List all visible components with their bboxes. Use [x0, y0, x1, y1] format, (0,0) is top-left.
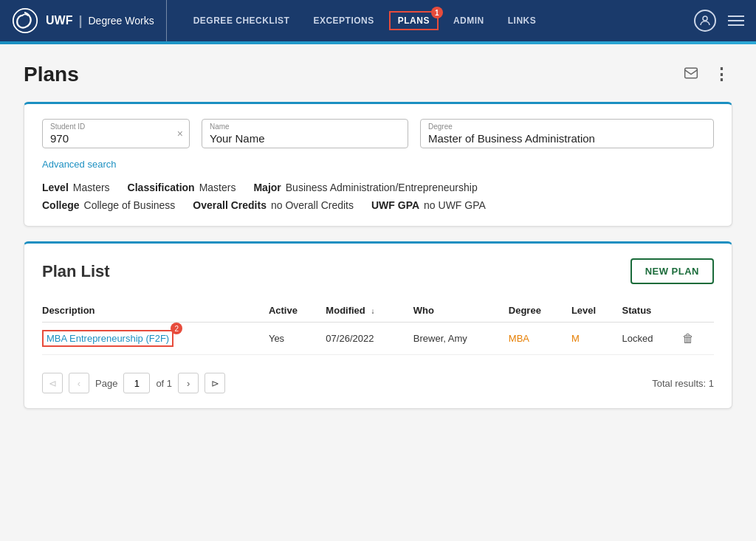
cell-active: Yes	[269, 323, 326, 355]
info-row-2: College College of Business Overall Cred…	[42, 199, 714, 211]
delete-button[interactable]: 🗑	[682, 332, 694, 345]
page-label: Page	[95, 378, 117, 389]
col-active: Active	[269, 299, 326, 323]
level-label: Level	[42, 182, 69, 193]
plan-list-title: Plan List	[42, 262, 110, 281]
plan-table: Description Active Modified ↓ Who Degree	[42, 299, 714, 355]
overall-credits-item: Overall Credits no Overall Credits	[193, 199, 354, 211]
degree-field: Degree Master of Business Administration	[420, 119, 714, 148]
table-header: Description Active Modified ↓ Who Degree	[42, 299, 714, 323]
info-row-1: Level Masters Classification Masters Maj…	[42, 182, 714, 193]
row-badge: 2	[171, 323, 182, 334]
cell-status: Locked	[622, 323, 683, 355]
uwf-gpa-item: UWF GPA no UWF GPA	[371, 199, 486, 211]
student-id-value: 970	[50, 132, 182, 145]
page-title: Plans	[24, 63, 79, 86]
cell-delete: 🗑	[682, 323, 714, 355]
new-plan-button[interactable]: NEW PLAN	[630, 258, 714, 284]
clear-student-id[interactable]: ×	[177, 128, 183, 139]
cell-level: M	[571, 323, 622, 355]
logo-separator: |	[78, 13, 82, 29]
plans-badge: 1	[431, 7, 443, 18]
of-label: of 1	[156, 378, 172, 389]
advanced-search-link[interactable]: Advanced search	[42, 159, 714, 170]
user-icon[interactable]	[694, 10, 716, 32]
col-degree: Degree	[509, 299, 571, 323]
cell-who: Brewer, Amy	[413, 323, 509, 355]
col-description: Description	[42, 299, 269, 323]
last-page-button[interactable]: ⊳	[205, 373, 225, 393]
app-header: UWF | Degree Works DEGREE CHECKLIST EXCE…	[0, 0, 756, 41]
more-options-button[interactable]: ⋮	[710, 62, 732, 87]
page-actions: ⋮	[681, 62, 732, 87]
prev-page-button[interactable]: ‹	[69, 373, 89, 393]
name-value: Your Name	[210, 132, 400, 145]
level-item: Level Masters	[42, 182, 110, 193]
page-header: Plans ⋮	[24, 62, 732, 87]
svg-rect-2	[685, 68, 698, 77]
uwf-gpa-label: UWF GPA	[371, 199, 419, 211]
col-who: Who	[413, 299, 509, 323]
plan-list-header: Plan List NEW PLAN	[42, 258, 714, 284]
logo-dw: Degree Works	[88, 15, 154, 27]
pagination: ⊲ ‹ Page of 1 › ⊳ Total results: 1	[42, 365, 714, 393]
major-label: Major	[253, 182, 281, 193]
hamburger-menu[interactable]	[728, 15, 744, 26]
classification-value: Masters	[199, 182, 236, 193]
classification-item: Classification Masters	[128, 182, 236, 193]
student-card: Student ID 970 × Name Your Name Degree M…	[24, 102, 732, 227]
plan-list-card: Plan List NEW PLAN Description Active Mo…	[24, 241, 732, 409]
nav-exceptions[interactable]: EXCEPTIONS	[304, 11, 382, 30]
email-button[interactable]	[681, 63, 701, 87]
logo-uwf: UWF	[46, 14, 72, 27]
col-level: Level	[571, 299, 622, 323]
overall-credits-label: Overall Credits	[193, 199, 267, 211]
student-info: Level Masters Classification Masters Maj…	[42, 182, 714, 211]
college-label: College	[42, 199, 80, 211]
student-id-label: Student ID	[50, 123, 182, 131]
overall-credits-value: no Overall Credits	[271, 199, 354, 211]
logo[interactable]: UWF | Degree Works	[12, 0, 167, 41]
classification-label: Classification	[128, 182, 195, 193]
degree-label: Degree	[428, 123, 706, 131]
nav-degree-checklist[interactable]: DEGREE CHECKLIST	[185, 11, 299, 30]
page-number-input[interactable]	[123, 373, 150, 393]
level-value: Masters	[73, 182, 110, 193]
search-form: Student ID 970 × Name Your Name Degree M…	[42, 119, 714, 148]
college-item: College College of Business	[42, 199, 175, 211]
sort-arrow-modified: ↓	[371, 307, 374, 315]
svg-point-1	[703, 16, 707, 21]
nav-admin[interactable]: ADMIN	[444, 11, 493, 30]
nav-links[interactable]: LINKS	[499, 11, 546, 30]
next-page-button[interactable]: ›	[178, 373, 199, 393]
student-id-field: Student ID 970 ×	[42, 119, 190, 148]
cell-degree: MBA	[509, 323, 571, 355]
col-actions	[682, 299, 714, 323]
col-status: Status	[622, 299, 683, 323]
table-body: MBA Entrepreneurship (F2F) 2 Yes 07/26/2…	[42, 323, 714, 355]
plan-description-link[interactable]: MBA Entrepreneurship (F2F)	[42, 330, 173, 347]
name-field: Name Your Name	[202, 119, 408, 148]
degree-value: Master of Business Administration	[428, 132, 706, 145]
college-value: College of Business	[84, 199, 176, 211]
cell-description: MBA Entrepreneurship (F2F) 2	[42, 323, 269, 355]
name-label: Name	[210, 123, 400, 131]
total-results: Total results: 1	[652, 378, 714, 389]
uwf-gpa-value: no UWF GPA	[424, 199, 486, 211]
first-page-button[interactable]: ⊲	[42, 373, 63, 393]
header-right	[694, 10, 744, 32]
main-content: Plans ⋮ Student ID 970 × Name Your Name	[0, 44, 756, 441]
main-nav: DEGREE CHECKLIST EXCEPTIONS PLANS 1 ADMI…	[185, 11, 694, 30]
major-value: Business Administration/Entrepreneurship	[286, 182, 478, 193]
major-item: Major Business Administration/Entreprene…	[253, 182, 477, 193]
table-row: MBA Entrepreneurship (F2F) 2 Yes 07/26/2…	[42, 323, 714, 355]
nav-plans[interactable]: PLANS 1	[389, 11, 439, 30]
cell-modified: 07/26/2022	[326, 323, 413, 355]
col-modified[interactable]: Modified ↓	[326, 299, 413, 323]
